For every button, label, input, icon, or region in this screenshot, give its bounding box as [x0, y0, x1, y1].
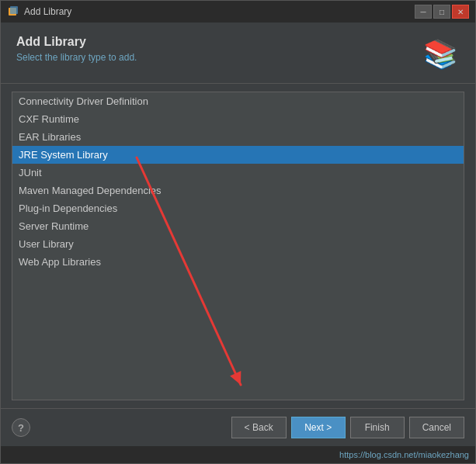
window-title: Add Library [24, 6, 410, 17]
list-item[interactable]: CXF Runtime [12, 110, 464, 128]
dialog-footer: ? < Back Next > Finish Cancel [1, 408, 475, 446]
footer-left: ? [12, 418, 30, 437]
add-library-window: Add Library ─ □ ✕ Add Library Select the… [0, 0, 476, 464]
status-url: https://blog.csdn.net/miaokezhang [339, 450, 469, 459]
list-item[interactable]: Server Runtime [12, 217, 464, 235]
dialog-title: Add Library [16, 35, 137, 49]
back-button[interactable]: < Back [231, 417, 287, 438]
list-item[interactable]: Plug-in Dependencies [12, 199, 464, 217]
list-item[interactable]: Connectivity Driver Definition [12, 92, 464, 110]
title-bar: Add Library ─ □ ✕ [1, 1, 475, 23]
maximize-button[interactable]: □ [433, 5, 450, 19]
dialog-subtitle: Select the library type to add. [16, 52, 137, 63]
finish-button[interactable]: Finish [350, 417, 405, 438]
footer-buttons: < Back Next > Finish Cancel [231, 417, 464, 438]
dialog-header: Add Library Select the library type to a… [1, 23, 475, 84]
header-icon: 📚 [421, 35, 460, 74]
close-button[interactable]: ✕ [452, 5, 469, 19]
list-item[interactable]: User Library [12, 235, 464, 253]
list-item[interactable]: Web App Libraries [12, 253, 464, 271]
list-item[interactable]: JUnit [12, 164, 464, 182]
next-button[interactable]: Next > [291, 417, 346, 438]
list-item[interactable]: Maven Managed Dependencies [12, 182, 464, 199]
status-bar: https://blog.csdn.net/miaokezhang [1, 446, 475, 463]
help-button[interactable]: ? [12, 418, 30, 437]
list-item[interactable]: EAR Libraries [12, 128, 464, 146]
header-text-block: Add Library Select the library type to a… [16, 35, 137, 63]
minimize-button[interactable]: ─ [415, 5, 432, 19]
books-icon: 📚 [423, 38, 458, 71]
list-item[interactable]: JRE System Library [12, 146, 464, 164]
window-icon [7, 5, 19, 18]
content-area: Connectivity Driver DefinitionCXF Runtim… [1, 84, 475, 408]
window-controls: ─ □ ✕ [415, 5, 469, 19]
cancel-button[interactable]: Cancel [409, 417, 464, 438]
library-list[interactable]: Connectivity Driver DefinitionCXF Runtim… [12, 92, 464, 400]
svg-rect-1 [10, 6, 18, 14]
